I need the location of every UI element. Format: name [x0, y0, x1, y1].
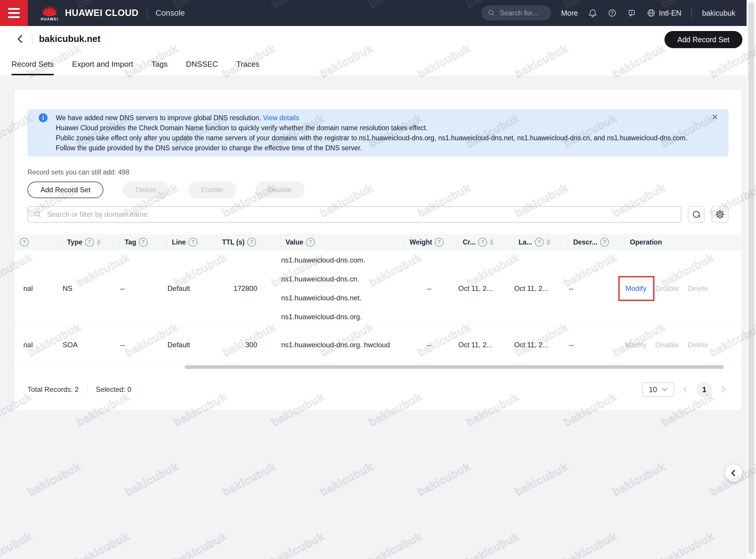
modify-link[interactable]: Modify: [625, 284, 646, 293]
filter-search-input[interactable]: [46, 210, 675, 219]
next-page-button[interactable]: [718, 386, 729, 393]
help-icon[interactable]: [600, 238, 609, 247]
current-page[interactable]: 1: [697, 382, 712, 397]
help-icon[interactable]: [478, 238, 487, 247]
header-tag[interactable]: Tag: [119, 234, 166, 250]
notifications-button[interactable]: [588, 8, 597, 18]
cell-created: Oct 11, 2...: [453, 327, 509, 363]
add-record-set-button[interactable]: Add Record Set: [27, 182, 103, 198]
help-button[interactable]: ?: [607, 8, 617, 18]
tab-export-import[interactable]: Export and Import: [72, 60, 133, 75]
cell-description: --: [563, 250, 620, 327]
table-footer: Total Records: 2 Selected: 0 10 1: [27, 382, 729, 397]
tab-record-sets[interactable]: Record Sets: [12, 60, 54, 75]
help-icon[interactable]: [435, 238, 444, 247]
refresh-button[interactable]: [688, 206, 705, 223]
help-icon[interactable]: [535, 238, 544, 247]
delete-link[interactable]: Delete: [688, 284, 708, 293]
quota-text: Record sets you can still add: 498: [27, 168, 729, 176]
chevron-left-icon: [682, 386, 689, 393]
header-weight[interactable]: Weight: [404, 234, 457, 250]
cell-type: SOA: [57, 327, 115, 363]
header-description[interactable]: Descr...: [568, 234, 624, 250]
sort-icon[interactable]: [96, 239, 101, 245]
tab-dnssec[interactable]: DNSSEC: [186, 60, 218, 75]
banner-close-icon[interactable]: [712, 112, 718, 122]
globe-icon: [646, 8, 656, 18]
help-icon[interactable]: [247, 238, 256, 247]
value-line: ns1.huaweicloud-dns.org.: [281, 307, 362, 326]
title-divider: [32, 33, 32, 44]
sort-icon[interactable]: [546, 239, 551, 245]
banner-line-1: We have added new DNS servers to improve…: [56, 113, 718, 123]
header-modified[interactable]: La...: [513, 234, 568, 250]
info-banner: We have added new DNS servers to improve…: [27, 109, 729, 157]
topbar-right-group: More ? Intl-EN: [481, 6, 735, 20]
value-line: ns1.huaweicloud-dns.net.: [281, 289, 361, 307]
locale-label: Intl-EN: [659, 9, 681, 17]
delete-button[interactable]: Delete: [123, 182, 169, 198]
total-records: Total Records: 2: [27, 385, 79, 394]
more-menu[interactable]: More: [561, 9, 578, 17]
vertical-scrollbar-thumb[interactable]: [748, 2, 754, 554]
disable-button[interactable]: Disable: [255, 182, 305, 198]
chevron-down-icon: [661, 386, 668, 393]
help-icon[interactable]: [139, 238, 148, 247]
topbar-divider: [691, 8, 692, 17]
console-link[interactable]: Console: [156, 8, 185, 18]
page-size-select[interactable]: 10: [642, 382, 674, 397]
global-search[interactable]: [481, 6, 551, 20]
help-icon[interactable]: [306, 238, 315, 247]
main-menu-button[interactable]: [0, 0, 28, 26]
disable-link[interactable]: Disable: [655, 341, 679, 349]
brand-separator: [147, 8, 147, 18]
back-button[interactable]: [15, 34, 25, 44]
page-title: bakicubuk.net: [39, 33, 101, 44]
record-sets-table: Type Tag Line TTL (s): [15, 234, 741, 369]
table-header-row: Type Tag Line TTL (s): [15, 234, 741, 250]
record-sets-card: We have added new DNS servers to improve…: [15, 90, 741, 410]
footer-divider: [87, 386, 87, 393]
feedback-button[interactable]: [627, 8, 637, 18]
filter-search[interactable]: [27, 206, 681, 223]
header-line-label: Line: [172, 238, 186, 246]
sort-icon[interactable]: [490, 239, 494, 245]
search-icon: [34, 210, 42, 219]
help-icon[interactable]: [85, 238, 94, 247]
global-search-input[interactable]: [499, 8, 544, 17]
account-menu[interactable]: bakicubuk: [702, 9, 735, 17]
table-row: nal NS -- Default 172800 ns1.huaweicloud…: [15, 250, 741, 327]
help-icon[interactable]: [20, 238, 29, 247]
banner-text-1: We have added new DNS servers to improve…: [56, 114, 261, 122]
header-created[interactable]: Cr...: [457, 234, 513, 250]
tab-tags[interactable]: Tags: [152, 60, 168, 75]
vertical-scrollbar: [747, 0, 756, 559]
view-details-link[interactable]: View details: [263, 114, 299, 122]
delete-link[interactable]: Delete: [688, 341, 708, 349]
chevron-left-icon: [15, 34, 25, 44]
selected-count: Selected: 0: [96, 385, 131, 394]
info-icon: [39, 113, 47, 122]
language-switcher[interactable]: Intl-EN: [646, 8, 681, 18]
tab-traces[interactable]: Traces: [236, 60, 260, 75]
disable-link[interactable]: Disable: [655, 284, 679, 293]
header-ttl[interactable]: TTL (s): [217, 234, 280, 250]
svg-text:?: ?: [611, 10, 614, 15]
header-status-clipped: [27, 234, 62, 250]
collapse-panel-button[interactable]: [725, 465, 742, 482]
huawei-cloud-dns-console: { "watermark": { "text": "bakicubuk" }, …: [0, 0, 756, 559]
enable-button[interactable]: Enable: [188, 182, 236, 198]
add-record-set-button-top[interactable]: Add Record Set: [664, 31, 743, 48]
prev-page-button[interactable]: [680, 386, 691, 393]
cell-status: nal: [23, 250, 57, 327]
header-line[interactable]: Line: [166, 234, 217, 250]
header-ttl-label: TTL (s): [222, 238, 245, 246]
modify-link[interactable]: Modify: [625, 341, 646, 349]
huawei-petal-icon: [43, 5, 57, 17]
cell-operation: Modify Disable Delete: [620, 327, 729, 363]
help-icon[interactable]: [188, 238, 197, 247]
header-type[interactable]: Type: [62, 234, 119, 250]
settings-button[interactable]: [711, 206, 729, 223]
horizontal-scrollbar-thumb[interactable]: [184, 365, 724, 369]
header-value[interactable]: Value: [280, 234, 404, 250]
